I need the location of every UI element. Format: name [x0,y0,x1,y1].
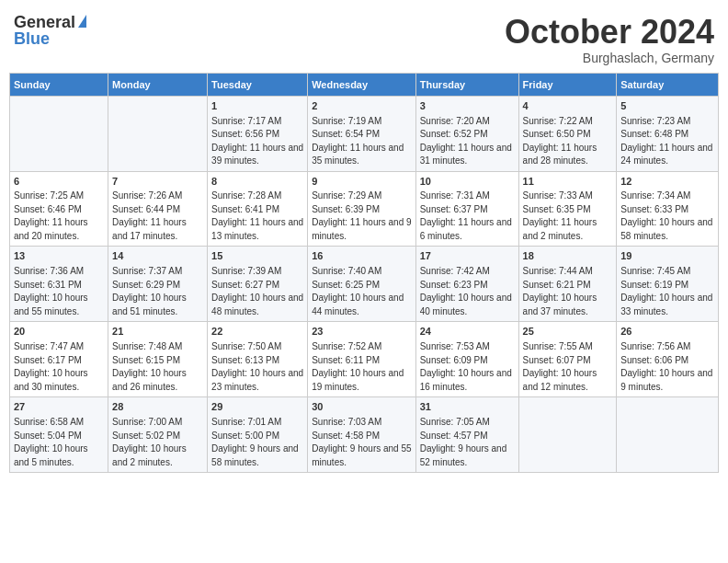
day-info: Sunrise: 7:03 AM Sunset: 4:58 PM Dayligh… [312,416,412,469]
day-info: Sunrise: 7:25 AM Sunset: 6:46 PM Dayligh… [14,190,104,243]
calendar-cell: 12Sunrise: 7:34 AM Sunset: 6:33 PM Dayli… [617,171,719,247]
day-number: 11 [523,175,613,190]
day-number: 8 [211,175,303,190]
day-info: Sunrise: 7:22 AM Sunset: 6:50 PM Dayligh… [523,115,613,168]
day-info: Sunrise: 7:39 AM Sunset: 6:27 PM Dayligh… [211,265,303,318]
day-number: 1 [211,99,303,114]
calendar-cell [518,397,617,473]
calendar-cell: 15Sunrise: 7:39 AM Sunset: 6:27 PM Dayli… [208,247,308,322]
calendar-cell: 5Sunrise: 7:23 AM Sunset: 6:48 PM Daylig… [617,96,719,171]
col-friday: Friday [518,73,617,96]
day-number: 26 [620,325,714,339]
day-number: 3 [420,99,515,114]
day-info: Sunrise: 7:00 AM Sunset: 5:02 PM Dayligh… [112,416,203,469]
logo-blue-text: Blue [14,30,50,47]
calendar-cell: 22Sunrise: 7:50 AM Sunset: 6:13 PM Dayli… [208,322,308,397]
day-info: Sunrise: 7:45 AM Sunset: 6:19 PM Dayligh… [620,265,714,318]
calendar-cell: 29Sunrise: 7:01 AM Sunset: 5:00 PM Dayli… [208,397,308,473]
logo-triangle-icon [78,15,86,28]
month-year-title: October 2024 [505,14,714,51]
calendar-cell: 21Sunrise: 7:48 AM Sunset: 6:15 PM Dayli… [108,322,208,397]
day-number: 15 [211,249,303,264]
calendar-cell: 13Sunrise: 7:36 AM Sunset: 6:31 PM Dayli… [10,247,108,322]
day-info: Sunrise: 6:58 AM Sunset: 5:04 PM Dayligh… [14,416,104,469]
day-number: 21 [112,325,203,339]
day-number: 30 [312,400,412,415]
logo-general-text: General [14,14,75,30]
day-info: Sunrise: 7:50 AM Sunset: 6:13 PM Dayligh… [211,340,303,394]
day-number: 29 [211,400,303,415]
day-number: 2 [312,99,412,114]
day-info: Sunrise: 7:52 AM Sunset: 6:11 PM Dayligh… [312,340,412,394]
calendar-cell: 2Sunrise: 7:19 AM Sunset: 6:54 PM Daylig… [308,96,416,171]
calendar-cell: 25Sunrise: 7:55 AM Sunset: 6:07 PM Dayli… [518,322,617,397]
logo: General Blue [14,14,86,47]
header-row: Sunday Monday Tuesday Wednesday Thursday… [10,73,719,96]
calendar-cell: 31Sunrise: 7:05 AM Sunset: 4:57 PM Dayli… [415,397,518,473]
calendar-cell: 14Sunrise: 7:37 AM Sunset: 6:29 PM Dayli… [108,247,208,322]
day-number: 18 [523,249,613,264]
col-thursday: Thursday [415,73,518,96]
day-number: 20 [14,325,104,339]
calendar-cell: 7Sunrise: 7:26 AM Sunset: 6:44 PM Daylig… [108,171,208,247]
day-number: 27 [14,400,104,415]
calendar-cell [108,96,208,171]
col-monday: Monday [108,73,208,96]
day-number: 28 [112,400,203,415]
calendar-cell: 30Sunrise: 7:03 AM Sunset: 4:58 PM Dayli… [308,397,416,473]
day-number: 24 [420,325,515,339]
calendar-cell: 20Sunrise: 7:47 AM Sunset: 6:17 PM Dayli… [10,322,108,397]
col-wednesday: Wednesday [308,73,416,96]
title-block: October 2024 Burghaslach, Germany [505,14,714,65]
day-info: Sunrise: 7:40 AM Sunset: 6:25 PM Dayligh… [312,265,412,318]
calendar-week-row: 1Sunrise: 7:17 AM Sunset: 6:56 PM Daylig… [10,96,719,171]
day-info: Sunrise: 7:28 AM Sunset: 6:41 PM Dayligh… [211,190,303,243]
calendar-week-row: 13Sunrise: 7:36 AM Sunset: 6:31 PM Dayli… [10,247,719,322]
calendar-cell: 16Sunrise: 7:40 AM Sunset: 6:25 PM Dayli… [308,247,416,322]
day-info: Sunrise: 7:31 AM Sunset: 6:37 PM Dayligh… [420,190,515,243]
day-info: Sunrise: 7:19 AM Sunset: 6:54 PM Dayligh… [312,115,412,168]
calendar-cell: 8Sunrise: 7:28 AM Sunset: 6:41 PM Daylig… [208,171,308,247]
day-info: Sunrise: 7:34 AM Sunset: 6:33 PM Dayligh… [620,190,714,243]
day-info: Sunrise: 7:01 AM Sunset: 5:00 PM Dayligh… [211,416,303,469]
col-saturday: Saturday [617,73,719,96]
day-number: 4 [523,99,613,114]
day-number: 25 [523,325,613,339]
calendar-cell: 4Sunrise: 7:22 AM Sunset: 6:50 PM Daylig… [518,96,617,171]
day-number: 23 [312,325,412,339]
calendar-cell: 26Sunrise: 7:56 AM Sunset: 6:06 PM Dayli… [617,322,719,397]
day-info: Sunrise: 7:36 AM Sunset: 6:31 PM Dayligh… [14,265,104,318]
day-number: 7 [112,175,203,190]
day-number: 17 [420,249,515,264]
col-sunday: Sunday [10,73,108,96]
day-info: Sunrise: 7:20 AM Sunset: 6:52 PM Dayligh… [420,115,515,168]
calendar-cell: 11Sunrise: 7:33 AM Sunset: 6:35 PM Dayli… [518,171,617,247]
calendar-cell: 17Sunrise: 7:42 AM Sunset: 6:23 PM Dayli… [415,247,518,322]
day-info: Sunrise: 7:53 AM Sunset: 6:09 PM Dayligh… [420,340,515,394]
col-tuesday: Tuesday [208,73,308,96]
day-info: Sunrise: 7:55 AM Sunset: 6:07 PM Dayligh… [523,340,613,394]
calendar-cell: 23Sunrise: 7:52 AM Sunset: 6:11 PM Dayli… [308,322,416,397]
calendar-cell: 3Sunrise: 7:20 AM Sunset: 6:52 PM Daylig… [415,96,518,171]
calendar-table: Sunday Monday Tuesday Wednesday Thursday… [9,73,719,474]
day-number: 9 [312,175,412,190]
day-number: 22 [211,325,303,339]
day-number: 19 [620,249,714,264]
day-info: Sunrise: 7:56 AM Sunset: 6:06 PM Dayligh… [620,340,714,394]
calendar-cell: 1Sunrise: 7:17 AM Sunset: 6:56 PM Daylig… [208,96,308,171]
day-info: Sunrise: 7:29 AM Sunset: 6:39 PM Dayligh… [312,190,412,243]
location-subtitle: Burghaslach, Germany [505,51,714,65]
calendar-cell [10,96,108,171]
calendar-cell: 27Sunrise: 6:58 AM Sunset: 5:04 PM Dayli… [10,397,108,473]
calendar-cell: 6Sunrise: 7:25 AM Sunset: 6:46 PM Daylig… [10,171,108,247]
calendar-cell: 10Sunrise: 7:31 AM Sunset: 6:37 PM Dayli… [415,171,518,247]
calendar-cell [617,397,719,473]
day-info: Sunrise: 7:05 AM Sunset: 4:57 PM Dayligh… [420,416,515,469]
calendar-week-row: 20Sunrise: 7:47 AM Sunset: 6:17 PM Dayli… [10,322,719,397]
calendar-cell: 19Sunrise: 7:45 AM Sunset: 6:19 PM Dayli… [617,247,719,322]
calendar-header: Sunday Monday Tuesday Wednesday Thursday… [10,73,719,96]
day-number: 12 [620,175,714,190]
day-info: Sunrise: 7:48 AM Sunset: 6:15 PM Dayligh… [112,340,203,394]
calendar-cell: 9Sunrise: 7:29 AM Sunset: 6:39 PM Daylig… [308,171,416,247]
day-number: 13 [14,249,104,264]
